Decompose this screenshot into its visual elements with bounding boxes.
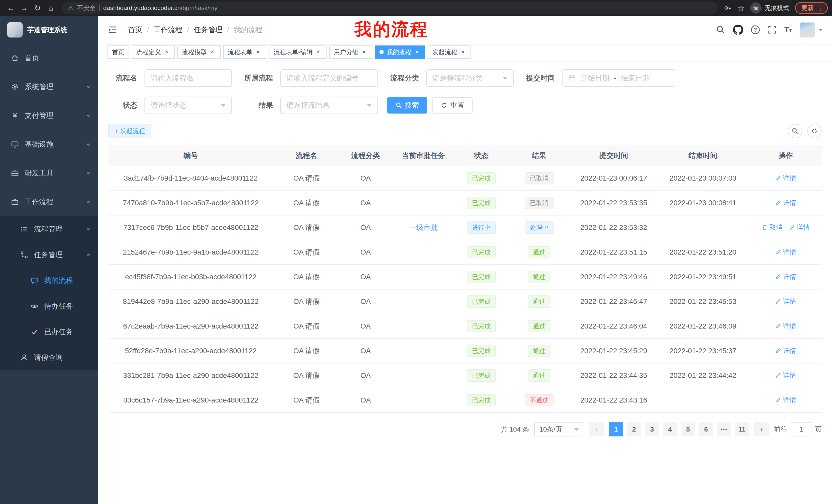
cell-result: 通过 [507, 363, 571, 388]
browser-menu-icon[interactable]: ⋮ [817, 4, 824, 12]
sidebar-item-devtools[interactable]: 研发工具 [0, 159, 98, 188]
detail-link[interactable]: 详情 [775, 174, 796, 183]
page-button[interactable]: 11 [735, 422, 749, 437]
close-icon[interactable]: × [255, 49, 262, 56]
home-button[interactable]: ⌂ [44, 1, 58, 15]
category-label: 流程分类 [387, 73, 419, 83]
sidebar-item-leave-query[interactable]: 请假查询 [0, 345, 98, 370]
col-end-time: 结束时间 [656, 145, 750, 166]
font-size-icon[interactable]: TT [784, 25, 792, 34]
page-button[interactable]: 2 [627, 422, 641, 437]
status-select[interactable]: 请选择状态 [145, 96, 232, 114]
gear-icon [10, 83, 20, 91]
create-process-button[interactable]: + 发起流程 [108, 124, 151, 138]
forward-button[interactable]: → [18, 1, 31, 15]
detail-link[interactable]: 详情 [775, 321, 796, 331]
cancel-link[interactable]: 取消 [761, 223, 783, 232]
tab-home[interactable]: 首页 [107, 46, 129, 59]
tab-process-model[interactable]: 流程模型× [177, 46, 220, 59]
result-select[interactable]: 请选择流结果 [280, 96, 378, 114]
close-icon[interactable]: × [361, 49, 368, 56]
security-warning-text: 不安全 [77, 4, 96, 12]
close-icon[interactable]: × [413, 49, 421, 56]
close-icon[interactable]: × [459, 49, 466, 56]
address-bar[interactable]: ⚠ 不安全 dashboard.yudao.iocoder.cn/bpm/tas… [62, 2, 718, 15]
detail-link[interactable]: 详情 [775, 297, 796, 306]
sidebar-item-payment[interactable]: ¥ 支付管理 [0, 101, 98, 130]
category-select[interactable]: 请选择流程分类 [426, 69, 514, 87]
task-link[interactable]: 一级审批 [409, 223, 438, 231]
cell-actions: 详情 [750, 191, 822, 215]
page-button[interactable]: 6 [699, 422, 713, 437]
cell-id: 819442e8-7b9a-11ec-a290-acde48001122 [108, 289, 273, 314]
edit-icon [775, 200, 781, 206]
sidebar-item-home[interactable]: 首页 [0, 44, 98, 73]
result-badge: 已取消 [525, 197, 553, 209]
bookmark-star-icon[interactable]: ☆ [738, 4, 745, 12]
app-logo[interactable]: 芋道管理系统 [0, 16, 98, 44]
fullscreen-icon[interactable] [768, 25, 777, 34]
help-icon[interactable]: ? [751, 25, 760, 34]
close-icon[interactable]: × [163, 49, 170, 56]
plus-icon: + [115, 128, 118, 135]
page-button[interactable]: 3 [645, 422, 659, 437]
list-icon [20, 225, 29, 233]
chrome-update-button[interactable]: 更新 ⋮ [795, 2, 828, 14]
cell-task [391, 314, 456, 339]
edit-icon [775, 274, 781, 280]
detail-link[interactable]: 详情 [775, 272, 796, 281]
next-page-button[interactable]: › [754, 422, 769, 437]
sidebar-item-done-tasks[interactable]: 已办任务 [0, 319, 98, 345]
search-button[interactable]: 搜索 [387, 97, 427, 114]
detail-link[interactable]: 详情 [775, 396, 796, 404]
close-icon[interactable]: × [209, 49, 216, 56]
toggle-search-button[interactable] [788, 124, 802, 138]
reload-button[interactable]: ↻ [31, 1, 44, 15]
status-badge: 已完成 [467, 172, 496, 185]
sidebar-item-todo-tasks[interactable]: 待办任务 [0, 293, 98, 319]
breadcrumb-task-mgmt[interactable]: 任务管理 [194, 25, 223, 35]
result-badge: 通过 [528, 345, 550, 357]
sidebar-item-infra[interactable]: 基础设施 [0, 130, 98, 159]
github-icon[interactable] [733, 25, 743, 35]
detail-link[interactable]: 详情 [775, 198, 796, 207]
sidebar-item-task-mgmt[interactable]: 任务管理 [0, 242, 98, 268]
detail-link[interactable]: 详情 [775, 371, 796, 380]
page-size-select[interactable]: 10条/页 [534, 422, 584, 437]
cell-name: OA 请假 [273, 314, 340, 339]
cell-id: 331bc281-7b9a-11ec-a290-acde48001122 [108, 363, 273, 388]
submit-time-range-picker[interactable]: 开始日期 - 结束日期 [562, 69, 675, 87]
key-icon[interactable] [724, 4, 732, 12]
tab-process-form[interactable]: 流程表单× [223, 46, 266, 59]
breadcrumb-workflow[interactable]: 工作流程 [154, 25, 183, 35]
back-button[interactable]: ← [4, 1, 18, 15]
search-icon[interactable] [716, 25, 725, 34]
page-button[interactable]: 5 [681, 422, 695, 437]
user-menu[interactable] [800, 22, 823, 37]
tab-process-form-edit[interactable]: 流程表单-编辑× [269, 46, 327, 59]
refresh-table-button[interactable] [807, 124, 822, 138]
tab-my-process[interactable]: 我的流程× [375, 46, 425, 59]
sidebar-fold-button[interactable] [104, 25, 121, 35]
process-name-input[interactable] [145, 69, 232, 87]
detail-link[interactable]: 详情 [775, 346, 796, 355]
detail-link[interactable]: 详情 [789, 223, 810, 232]
detail-link[interactable]: 详情 [775, 248, 796, 257]
breadcrumb-home[interactable]: 首页 [128, 25, 142, 35]
sidebar-item-process-mgmt[interactable]: 流程管理 [0, 216, 98, 242]
page-button[interactable]: 1 [609, 422, 623, 437]
reset-button[interactable]: 重置 [433, 97, 473, 114]
close-icon[interactable]: × [315, 49, 322, 56]
cell-task [391, 289, 456, 314]
tab-process-definition[interactable]: 流程定义× [132, 46, 175, 59]
tab-start-process[interactable]: 发起流程× [428, 46, 471, 59]
goto-page-input[interactable] [791, 422, 811, 437]
sidebar-item-system[interactable]: 系统管理 [0, 73, 98, 101]
prev-page-button[interactable]: ‹ [589, 422, 604, 437]
page-button[interactable]: 4 [663, 422, 677, 437]
tab-user-group[interactable]: 用户分组× [329, 46, 372, 59]
sidebar-item-my-process[interactable]: 我的流程 [0, 268, 98, 293]
sidebar-item-workflow[interactable]: 工作流程 [0, 188, 98, 216]
process-def-input[interactable] [280, 69, 378, 87]
more-pages-button[interactable]: ••• [717, 422, 731, 437]
